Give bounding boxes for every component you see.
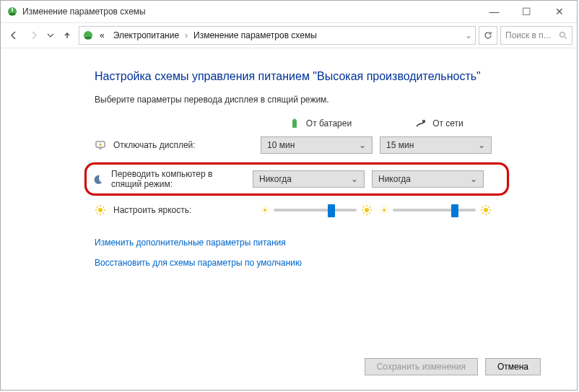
power-options-icon: [6, 6, 18, 17]
column-header-plugged: От сети: [380, 118, 499, 129]
search-placeholder: Поиск в п...: [505, 30, 557, 40]
titlebar: Изменение параметров схемы — ☐ ✕: [1, 1, 577, 22]
svg-point-13: [484, 208, 488, 212]
battery-icon: [289, 118, 300, 129]
restore-defaults-link[interactable]: Восстановить для схемы параметры по умол…: [95, 258, 534, 268]
display-plugged-select[interactable]: 15 мин ⌄: [380, 136, 492, 154]
sun-small-icon: [380, 206, 388, 214]
chevron-right-icon: ›: [185, 30, 188, 40]
svg-point-12: [383, 209, 386, 212]
forward-button[interactable]: [25, 27, 43, 44]
svg-point-4: [560, 32, 565, 38]
sun-icon: [95, 204, 106, 216]
search-icon: [559, 31, 567, 40]
navigation-toolbar: « Электропитание › Изменение параметров …: [1, 22, 577, 48]
search-input[interactable]: Поиск в п...: [500, 26, 573, 45]
column-header-battery: От батареи: [261, 118, 380, 129]
close-button[interactable]: ✕: [543, 1, 575, 22]
svg-point-10: [264, 209, 266, 212]
display-battery-select[interactable]: 10 мин ⌄: [261, 136, 373, 154]
recent-dropdown[interactable]: [45, 27, 56, 44]
svg-rect-6: [293, 119, 295, 121]
brightness-battery-slider[interactable]: [261, 204, 373, 216]
page-subtitle: Выберите параметры перевода дисплея в сп…: [95, 95, 534, 105]
back-button[interactable]: [5, 27, 22, 44]
chevron-down-icon: ⌄: [351, 174, 358, 184]
minimize-button[interactable]: —: [478, 1, 510, 22]
svg-point-11: [365, 208, 369, 212]
row-label-brightness: Настроить яркость:: [95, 204, 261, 216]
sun-large-icon: [361, 204, 373, 216]
sleep-row-highlight: Переводить компьютер в спящий режим: Ник…: [84, 162, 509, 196]
moon-icon: [92, 173, 104, 185]
sleep-battery-select[interactable]: Никогда ⌄: [253, 170, 365, 188]
advanced-settings-link[interactable]: Изменить дополнительные параметры питани…: [95, 238, 534, 248]
maximize-button[interactable]: ☐: [510, 1, 543, 22]
svg-point-9: [98, 208, 103, 212]
svg-rect-1: [9, 13, 15, 15]
sleep-plugged-select[interactable]: Никогда ⌄: [372, 170, 484, 188]
svg-point-8: [100, 144, 102, 146]
chevron-down-icon: ⌄: [359, 140, 366, 150]
sun-small-icon: [261, 206, 269, 214]
breadcrumb-prefix: «: [97, 29, 108, 42]
sun-large-icon: [480, 204, 492, 216]
row-label-sleep: Переводить компьютер в спящий режим:: [92, 169, 253, 189]
power-options-icon: [82, 30, 94, 41]
window-title: Изменение параметров схемы: [22, 6, 478, 17]
row-label-display: Отключать дисплей:: [95, 139, 261, 151]
svg-rect-5: [292, 120, 297, 128]
breadcrumb-item[interactable]: Электропитание: [110, 29, 182, 42]
cancel-button[interactable]: Отмена: [485, 358, 541, 375]
brightness-plugged-slider[interactable]: [380, 204, 492, 216]
plug-icon: [415, 118, 427, 129]
svg-rect-3: [85, 37, 91, 39]
monitor-icon: [95, 139, 106, 151]
save-button[interactable]: Сохранить изменения: [365, 358, 478, 375]
breadcrumb-item[interactable]: Изменение параметров схемы: [191, 29, 320, 42]
chevron-down-icon: ⌄: [478, 140, 485, 150]
refresh-button[interactable]: [479, 26, 497, 45]
chevron-down-icon[interactable]: ⌄: [465, 30, 472, 40]
page-title: Настройка схемы управления питанием "Выс…: [95, 70, 534, 83]
chevron-down-icon: ⌄: [470, 174, 477, 184]
up-button[interactable]: [58, 27, 76, 44]
address-bar[interactable]: « Электропитание › Изменение параметров …: [79, 26, 476, 45]
